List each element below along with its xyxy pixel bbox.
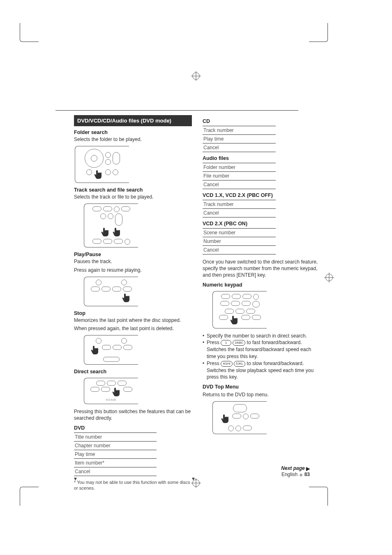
table-row: Track number	[203, 200, 276, 209]
keypad-bullets: Specify the number to search in direct s…	[203, 333, 321, 381]
audio-files-table-label: Audio files	[203, 155, 321, 161]
remote-play-illustration	[84, 277, 138, 306]
dvd-top-menu-text: Returns to the DVD top menu.	[203, 391, 321, 398]
remote-topmenu-illustration	[212, 401, 267, 434]
folder-search-heading: Folder search	[74, 130, 192, 135]
key-4-icon: 4GHI	[221, 361, 233, 367]
play-pause-heading: Play/Pause	[74, 252, 192, 257]
table-row: Cancel	[203, 143, 276, 152]
table-row: Chapter number	[74, 442, 157, 450]
track-search-heading: Track search and file search	[74, 187, 192, 193]
table-row: Number	[203, 237, 276, 246]
table-row: Folder number	[203, 163, 276, 172]
header-rule	[55, 110, 298, 111]
vcd1-table: Track number Cancel	[203, 200, 276, 217]
page-footer: English ● 83	[281, 471, 310, 479]
audio-files-table: Folder number File number Cancel	[203, 163, 276, 189]
key-5-icon: 5JKL	[234, 361, 245, 367]
dvd-footnote: * You may not be able to use this functi…	[74, 479, 192, 492]
bullet-item: Press 4GHI 5JKL to slow forward/backward…	[203, 360, 321, 381]
remote-direct-illustration: KENW	[84, 378, 138, 404]
hand-pointer-icon	[90, 345, 100, 356]
table-row: Play time	[74, 450, 157, 459]
table-row: Cancel	[203, 246, 276, 254]
folder-search-text: Selects the folder to be played.	[74, 136, 192, 143]
hand-pointer-icon	[94, 169, 104, 180]
numeric-keypad-label: Numeric keypad	[203, 282, 321, 288]
table-row: Cancel	[74, 467, 157, 476]
next-page: Next page ▶	[281, 465, 310, 471]
table-row: Play time	[203, 135, 276, 143]
direct-search-heading: Direct search	[74, 369, 192, 375]
triangle-right-icon: ▶	[306, 466, 310, 472]
remote-keypad-illustration	[212, 291, 267, 328]
table-row: Cancel	[203, 180, 276, 189]
stop-text-1: Memorizes the last point where the disc …	[74, 317, 192, 324]
key-1-icon: 1	[221, 340, 231, 346]
remote-folder-illustration	[75, 146, 129, 183]
remote-track-illustration	[84, 204, 138, 247]
hand-pointer-icon	[101, 227, 111, 238]
dvd-table-label: DVD	[74, 425, 192, 431]
vcd1-table-label: VCD 1.X, VCD 2.X (PBC OFF)	[203, 192, 321, 198]
table-row: Scene number	[203, 229, 276, 237]
table-row: Title number	[74, 433, 157, 442]
hand-pointer-icon	[112, 227, 122, 238]
cd-table-label: CD	[203, 118, 321, 124]
direct-search-text: Pressing this button switches the featur…	[74, 408, 192, 421]
registration-mark-right	[325, 274, 333, 281]
stop-heading: Stop	[74, 310, 192, 316]
dvd-table: Title number Chapter number Play time It…	[74, 432, 157, 476]
play-pause-text-1: Pauses the track.	[74, 258, 192, 265]
dvd-top-menu-heading: DVD Top Menu	[203, 384, 321, 390]
registration-mark-top	[192, 72, 200, 80]
table-row: Track number	[203, 126, 276, 135]
table-row: Cancel	[203, 209, 276, 217]
direct-search-paragraph: Once you have switched to the direct sea…	[203, 259, 321, 279]
hand-pointer-icon	[122, 293, 131, 303]
bullet-item: Press 1 2ABC to fast forward/backward. S…	[203, 339, 321, 360]
hand-pointer-icon	[221, 414, 231, 424]
table-row: Item number*	[74, 459, 157, 467]
play-pause-text-2: Press again to resume playing.	[74, 267, 192, 273]
vcd2-table: Scene number Number Cancel	[203, 228, 276, 254]
hand-pointer-icon	[112, 387, 122, 398]
bullet-item: Specify the number to search in direct s…	[203, 333, 321, 340]
hand-pointer-icon	[230, 315, 240, 326]
vcd2-table-label: VCD 2.X (PBC ON)	[203, 221, 321, 227]
track-search-text: Selects the track or file to be played.	[74, 194, 192, 200]
continuation-arrow-icon: ▾	[192, 475, 195, 482]
table-row: File number	[203, 172, 276, 180]
stop-text-2: When pressed again, the last point is de…	[74, 325, 192, 332]
remote-stop-illustration	[84, 335, 138, 365]
cd-table: Track number Play time Cancel	[203, 126, 276, 152]
section-band: DVD/VCD/CD/Audio files (DVD mode)	[74, 115, 192, 126]
key-2-icon: 2ABC	[233, 340, 245, 346]
continuation-arrow-icon: ▾	[74, 475, 77, 482]
